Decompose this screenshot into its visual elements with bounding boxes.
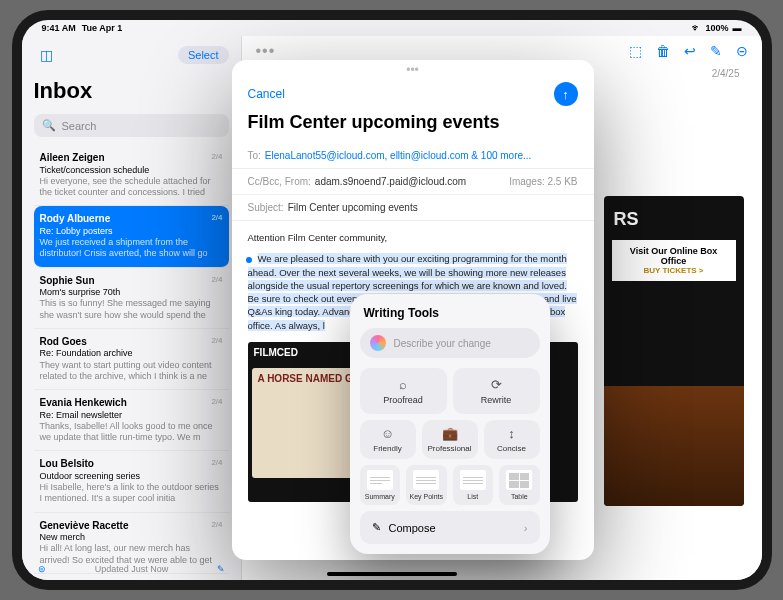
rewrite-button[interactable]: ⟳ Rewrite	[453, 368, 540, 414]
status-date: Tue Apr 1	[82, 23, 123, 33]
arrow-up-icon: ↑	[562, 87, 569, 102]
reader-date: 2/4/25	[712, 68, 740, 79]
reply-icon[interactable]: ↩	[684, 43, 696, 59]
inbox-title: Inbox	[34, 74, 229, 108]
compose-title: Film Center upcoming events	[232, 108, 594, 143]
more-icon[interactable]: ⊝	[736, 43, 748, 59]
search-icon: 🔍	[42, 119, 56, 132]
send-button[interactable]: ↑	[554, 82, 578, 106]
cancel-button[interactable]: Cancel	[248, 87, 285, 101]
arrows-in-icon: ↕	[508, 426, 515, 441]
rewrite-icon: ⟳	[491, 377, 502, 392]
wifi-icon: ᯤ	[692, 23, 701, 33]
filter-icon[interactable]: ⊜	[38, 564, 46, 574]
professional-button[interactable]: 💼 Professional	[422, 420, 478, 459]
message-row[interactable]: Sophie SunMom's surprise 70thThis is so …	[34, 268, 229, 329]
friendly-button[interactable]: ☺ Friendly	[360, 420, 416, 459]
archive-icon[interactable]: ⬚	[629, 43, 642, 59]
message-row[interactable]: Rod GoesRe: Foundation archiveThey want …	[34, 329, 229, 390]
compose-icon[interactable]: ✎	[710, 43, 722, 59]
pencil-icon: ✎	[372, 521, 381, 534]
battery-icon: ▬	[733, 23, 742, 33]
window-dots-icon[interactable]: •••	[256, 42, 276, 60]
compose-small-icon[interactable]: ✎	[217, 564, 225, 574]
apple-intelligence-icon	[370, 335, 386, 351]
chevron-right-icon: ›	[524, 522, 528, 534]
table-button[interactable]: Table	[499, 465, 540, 505]
writing-tools-popover: Writing Tools Describe your change ⌕ Pro…	[350, 294, 550, 554]
proofread-button[interactable]: ⌕ Proofread	[360, 368, 447, 414]
sidebar-toggle-icon[interactable]: ◫	[34, 42, 60, 68]
magnify-check-icon: ⌕	[399, 377, 407, 392]
summary-button[interactable]: Summary	[360, 465, 401, 505]
compose-tool-button[interactable]: ✎ Compose ›	[360, 511, 540, 544]
subject-field[interactable]: Subject: Film Center upcoming events	[232, 195, 594, 221]
status-time: 9:41 AM	[42, 23, 76, 33]
message-row[interactable]: Lou BelsitoOutdoor screening seriesHi Is…	[34, 451, 229, 512]
search-input[interactable]: 🔍 Search	[34, 114, 229, 137]
message-row[interactable]: Evania HenkewichRe: Email newsletterThan…	[34, 390, 229, 451]
updated-label: Updated Just Now	[95, 564, 169, 574]
grabber-icon[interactable]: •••	[232, 60, 594, 80]
poster-panel: RS Visit Our Online Box Office BUY TICKE…	[604, 196, 744, 506]
message-row[interactable]: Aileen ZeigenTicket/concession scheduleH…	[34, 145, 229, 206]
sidebar-footer: ⊜ Updated Just Now ✎	[22, 564, 242, 574]
battery-label: 100%	[705, 23, 728, 33]
message-row[interactable]: Shian VidanageSuggestion boxWelcome! The…	[34, 574, 229, 580]
writing-tools-input[interactable]: Describe your change	[360, 328, 540, 358]
key-points-button[interactable]: Key Points	[406, 465, 447, 505]
smile-icon: ☺	[381, 426, 394, 441]
concise-button[interactable]: ↕ Concise	[484, 420, 540, 459]
briefcase-icon: 💼	[442, 426, 458, 441]
status-bar: 9:41 AM Tue Apr 1 ᯤ 100% ▬	[22, 20, 762, 36]
cc-field[interactable]: Cc/Bcc, From: adam.s9noend7.paid@icloud.…	[232, 169, 594, 195]
trash-icon[interactable]: 🗑	[656, 43, 670, 59]
message-row[interactable]: Rody AlbuerneRe: Lobby postersWe just re…	[34, 206, 229, 267]
writing-tools-title: Writing Tools	[360, 304, 540, 328]
list-button[interactable]: List	[453, 465, 494, 505]
sidebar: ◫ Select Inbox 🔍 Search Aileen ZeigenTic…	[22, 36, 242, 580]
home-indicator[interactable]	[327, 572, 457, 576]
to-field[interactable]: To: ElenaLanot55@icloud.com, elltin@iclo…	[232, 143, 594, 169]
selection-handle-icon[interactable]	[244, 255, 254, 265]
select-button[interactable]: Select	[178, 46, 229, 64]
